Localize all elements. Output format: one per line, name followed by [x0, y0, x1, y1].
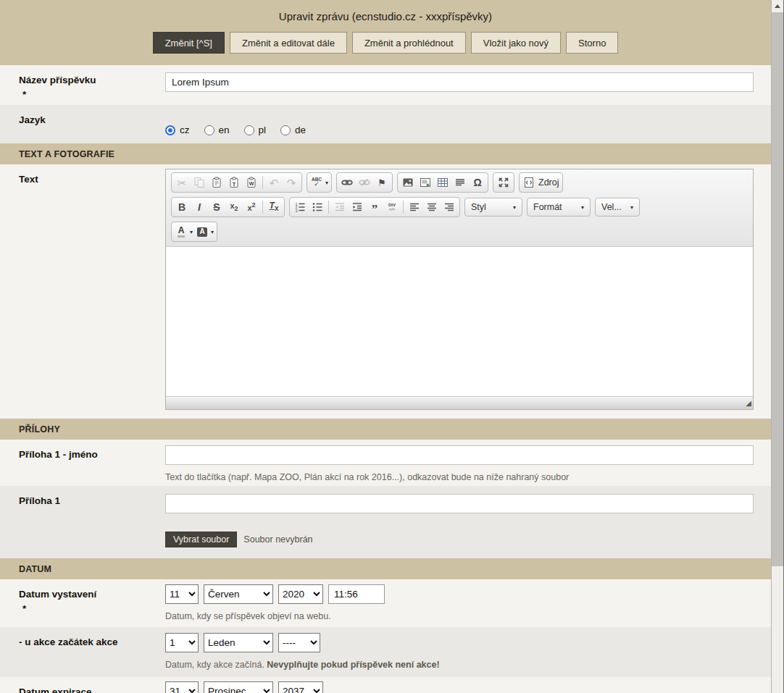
numbered-list-button[interactable]: 123 — [291, 198, 309, 216]
change-button[interactable]: Změnit [^S] — [153, 32, 225, 54]
cut-icon: ✂ — [175, 176, 188, 189]
day-select[interactable]: 1 — [165, 633, 199, 652]
unlink-button — [356, 174, 373, 191]
toolbar-separator — [262, 201, 263, 214]
editor-content-area[interactable] — [166, 247, 753, 396]
remove-format-button[interactable]: Tx — [265, 198, 283, 216]
rich-text-editor: ✂TW↶↷ABC✓▾⚑ΩZdrojBISx2x2Tx123”DIV</>Styl… — [165, 169, 754, 410]
toolbar-row: ✂TW↶↷ABC✓▾⚑ΩZdroj — [169, 170, 750, 195]
triangle-up-icon — [775, 4, 780, 8]
year-select[interactable]: 2020 — [278, 584, 323, 604]
paste-plain-text-button[interactable]: T — [225, 174, 243, 191]
change-and-preview-button[interactable]: Změnit a prohlédnout — [352, 32, 466, 54]
text-label-cell: Text — [0, 164, 165, 419]
image-icon — [401, 176, 414, 189]
edit-message-page: Upravit zprávu (ecnstudio.cz - xxxpříspě… — [0, 0, 784, 693]
year-select[interactable]: ---- — [278, 633, 320, 652]
special-character-button[interactable]: Ω — [469, 174, 486, 191]
text-label: Text — [19, 174, 38, 185]
align-center-icon — [425, 201, 438, 214]
form-content: Upravit zprávu (ecnstudio.cz - xxxpříspě… — [0, 0, 771, 693]
horizontal-rule-button[interactable] — [451, 174, 469, 191]
background-color-button[interactable]: A▾ — [194, 223, 215, 240]
radio-label: pl — [259, 125, 267, 135]
maximize-button[interactable] — [495, 174, 512, 191]
anchor-icon: ⚑ — [375, 176, 388, 189]
scrollbar-thumb[interactable] — [772, 12, 783, 566]
priloha1-jmeno-label-cell: Příloha 1 - jméno — [0, 440, 165, 486]
iframe-button[interactable] — [417, 174, 434, 191]
svg-text:3: 3 — [296, 209, 298, 213]
form-header: Upravit zprávu (ecnstudio.cz - xxxpříspě… — [0, 0, 771, 65]
change-and-edit-button[interactable]: Změnit a editovat dále — [230, 32, 347, 54]
paste-plain-text-icon: T — [228, 176, 241, 189]
datum-vystaveni-label-cell: Datum vystavení * — [0, 579, 165, 627]
bulleted-list-button[interactable] — [309, 198, 326, 216]
priloha1-input[interactable] — [165, 494, 754, 513]
radio-icon — [204, 125, 214, 135]
priloha1-jmeno-input[interactable] — [165, 445, 754, 465]
anchor-button[interactable]: ⚑ — [373, 174, 391, 191]
editor-toolbar: ✂TW↶↷ABC✓▾⚑ΩZdrojBISx2x2Tx123”DIV</>Styl… — [166, 169, 753, 247]
language-option-pl[interactable]: pl — [244, 125, 267, 135]
blockquote-button[interactable]: ” — [366, 198, 383, 216]
month-select[interactable]: Červen — [204, 584, 273, 604]
subscript-icon: x2 — [228, 201, 241, 214]
table-button[interactable] — [434, 174, 451, 191]
datum-expirace-label: Datum expirace — [19, 686, 92, 693]
image-button[interactable] — [399, 174, 417, 191]
language-option-cz[interactable]: cz — [165, 125, 190, 135]
resize-handle-icon[interactable]: ◢ — [746, 400, 751, 407]
language-option-de[interactable]: de — [280, 125, 306, 135]
day-select[interactable]: 31 — [165, 681, 199, 693]
day-select[interactable]: 11 — [165, 584, 199, 604]
align-right-button[interactable] — [441, 198, 458, 216]
radio-icon — [280, 125, 291, 135]
choose-file-button[interactable]: Vybrat soubor — [165, 532, 237, 547]
format-combo[interactable]: Formát▾ — [527, 198, 591, 217]
subscript-button[interactable]: x2 — [225, 198, 243, 216]
language-option-en[interactable]: en — [204, 125, 230, 135]
strikethrough-button[interactable]: S — [208, 198, 225, 216]
nazev-input[interactable] — [165, 72, 754, 92]
cancel-button[interactable]: Storno — [566, 32, 618, 54]
source-icon — [522, 176, 535, 189]
time-input[interactable] — [328, 584, 385, 604]
style-combo[interactable]: Styl▾ — [464, 198, 522, 217]
superscript-button[interactable]: x2 — [243, 198, 260, 216]
link-button[interactable] — [338, 174, 356, 191]
month-select[interactable]: Prosinec — [204, 681, 273, 693]
size-combo-label: Vel... — [601, 202, 622, 212]
spell-check-button[interactable]: ABC✓▾ — [309, 174, 330, 191]
toolbar-group: BISx2x2Tx — [171, 197, 285, 217]
toolbar-row: BISx2x2Tx123”DIV</>Styl▾Formát▾Vel...▾ — [169, 195, 750, 219]
language-radio-group: czenplde — [165, 105, 771, 143]
copy-icon — [193, 176, 206, 189]
italic-button[interactable]: I — [191, 198, 208, 216]
size-combo[interactable]: Vel...▾ — [595, 198, 640, 217]
priloha1-jmeno-help: Text do tlačítka (např. Mapa ZOO, Plán a… — [165, 471, 754, 483]
scrollbar[interactable] — [771, 0, 784, 693]
bold-icon: B — [175, 201, 188, 214]
insert-as-new-button[interactable]: Vložit jako nový — [471, 32, 561, 54]
required-asterisk: * — [22, 89, 165, 101]
month-select[interactable]: Leden — [204, 633, 273, 652]
align-left-button[interactable] — [406, 198, 423, 216]
priloha1-label: Příloha 1 — [19, 495, 60, 506]
year-select[interactable]: 2037 — [278, 681, 323, 693]
section-header-prilohy: PŘÍLOHY — [0, 419, 771, 440]
align-center-button[interactable] — [423, 198, 441, 216]
toolbar-separator — [328, 201, 329, 214]
paste-from-word-button[interactable]: W — [243, 174, 260, 191]
spell-check-icon: ABC✓ — [310, 176, 323, 189]
source-button[interactable]: Zdroj — [521, 174, 560, 191]
paste-button[interactable] — [208, 174, 225, 191]
div-container-button[interactable]: DIV</> — [383, 198, 401, 216]
text-color-button[interactable]: A▾ — [173, 223, 194, 240]
bold-button[interactable]: B — [173, 198, 191, 216]
field-row-nazev: Název příspěvku * — [0, 65, 771, 105]
chevron-down-icon: ▾ — [630, 204, 633, 211]
indent-button[interactable] — [349, 198, 366, 216]
scroll-up-button[interactable] — [772, 0, 783, 12]
toolbar-separator — [262, 176, 263, 189]
